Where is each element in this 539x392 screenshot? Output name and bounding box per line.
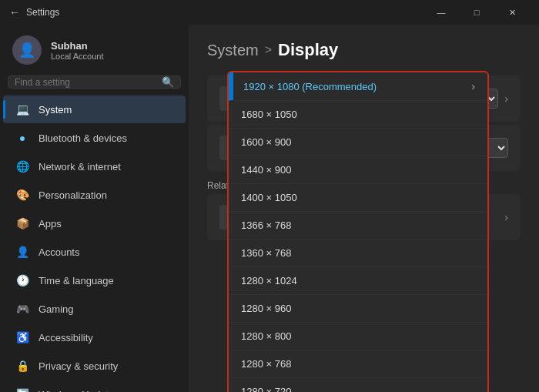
sidebar-item-label: System xyxy=(38,104,72,116)
sidebar-user: 👤 Subhan Local Account xyxy=(0,25,189,72)
resolution-option-1[interactable]: 1680 × 1050 xyxy=(229,101,487,129)
resolution-option-5[interactable]: 1366 × 768 xyxy=(229,212,487,240)
sidebar-item-label: Time & language xyxy=(38,275,114,286)
gaming-icon: 🎮 xyxy=(15,302,29,316)
resolution-option-8[interactable]: 1280 × 960 xyxy=(229,295,487,323)
titlebar-controls: — □ ✕ xyxy=(424,0,530,25)
sidebar-item-privacy[interactable]: 🔒 Privacy & security xyxy=(3,352,186,380)
breadcrumb-parent[interactable]: System xyxy=(207,42,259,59)
maximize-button[interactable]: □ xyxy=(459,0,494,25)
sidebar-item-label: Network & internet xyxy=(38,161,121,173)
apps-icon: 📦 xyxy=(15,216,29,230)
personalization-icon: 🎨 xyxy=(15,188,29,202)
nav-list: 💻 System ● Bluetooth & devices 🌐 Network… xyxy=(0,95,189,392)
user-role: Local Account xyxy=(51,52,104,61)
sidebar-item-label: Gaming xyxy=(38,303,74,315)
update-icon: 🔄 xyxy=(15,387,29,392)
resolution-option-2[interactable]: 1600 × 900 xyxy=(229,129,487,156)
resolution-option-4[interactable]: 1400 × 1050 xyxy=(229,184,487,212)
resolution-option-7[interactable]: 1280 × 1024 xyxy=(229,267,487,295)
sidebar-item-gaming[interactable]: 🎮 Gaming xyxy=(3,295,186,323)
sidebar-item-network[interactable]: 🌐 Network & internet xyxy=(3,152,186,180)
avatar: 👤 xyxy=(12,35,42,65)
sidebar-item-label: Windows Update xyxy=(38,389,114,393)
resolution-option-0[interactable]: 1920 × 1080 (Recommended) › xyxy=(229,72,487,101)
sidebar-item-system[interactable]: 💻 System xyxy=(3,95,186,123)
accessibility-icon: ♿ xyxy=(15,330,29,344)
titlebar-title: Settings xyxy=(26,7,59,18)
user-name: Subhan xyxy=(51,40,104,52)
chevron-right-icon: › xyxy=(504,92,508,105)
system-icon: 💻 xyxy=(15,102,29,116)
sidebar-item-accounts[interactable]: 👤 Accounts xyxy=(3,238,186,266)
sidebar-item-label: Apps xyxy=(38,218,62,230)
sidebar-item-time[interactable]: 🕐 Time & language xyxy=(3,266,186,294)
sidebar-item-label: Personalization xyxy=(38,189,107,201)
resolution-option-10[interactable]: 1280 × 768 xyxy=(229,350,487,378)
network-icon: 🌐 xyxy=(15,159,29,173)
sidebar-item-bluetooth[interactable]: ● Bluetooth & devices xyxy=(3,124,186,152)
sidebar-item-accessibility[interactable]: ♿ Accessibility xyxy=(3,323,186,351)
search-icon: 🔍 xyxy=(162,76,174,88)
close-button[interactable]: ✕ xyxy=(494,0,530,25)
sidebar-item-label: Privacy & security xyxy=(38,360,118,372)
search-box[interactable]: 🔍 xyxy=(8,75,181,89)
resolution-option-11[interactable]: 1280 × 720 xyxy=(229,378,487,392)
titlebar-left: ← Settings xyxy=(9,6,59,18)
sidebar-user-info: Subhan Local Account xyxy=(51,40,104,61)
app-body: 👤 Subhan Local Account 🔍 💻 System ● Blue… xyxy=(0,25,539,392)
search-input[interactable] xyxy=(15,77,162,88)
minimize-button[interactable]: — xyxy=(424,0,459,25)
sidebar-item-label: Accounts xyxy=(38,246,79,258)
related-chevron-icon: › xyxy=(504,211,508,223)
content-area: System > Display ⊞ Scale & la 100% › xyxy=(189,25,539,392)
page-header: System > Display xyxy=(207,40,521,60)
sidebar-item-update[interactable]: 🔄 Windows Update xyxy=(3,380,186,392)
breadcrumb-arrow: > xyxy=(265,43,272,57)
titlebar: ← Settings — □ ✕ xyxy=(0,0,539,25)
privacy-icon: 🔒 xyxy=(15,359,29,373)
time-icon: 🕐 xyxy=(15,273,29,287)
resolution-option-3[interactable]: 1440 × 900 xyxy=(229,156,487,184)
sidebar-item-label: Accessibility xyxy=(38,332,93,343)
resolution-option-6[interactable]: 1360 × 768 xyxy=(229,240,487,267)
bluetooth-icon: ● xyxy=(15,131,29,145)
accounts-icon: 👤 xyxy=(15,245,29,259)
resolution-dropdown[interactable]: 1920 × 1080 (Recommended) › 1680 × 1050 … xyxy=(227,71,489,392)
page-title: Display xyxy=(278,40,338,60)
sidebar-item-apps[interactable]: 📦 Apps xyxy=(3,209,186,237)
back-icon[interactable]: ← xyxy=(9,6,20,18)
resolution-option-9[interactable]: 1280 × 800 xyxy=(229,323,487,350)
sidebar-item-personalization[interactable]: 🎨 Personalization xyxy=(3,181,186,209)
sidebar: 👤 Subhan Local Account 🔍 💻 System ● Blue… xyxy=(0,25,189,392)
sidebar-item-label: Bluetooth & devices xyxy=(38,132,127,144)
